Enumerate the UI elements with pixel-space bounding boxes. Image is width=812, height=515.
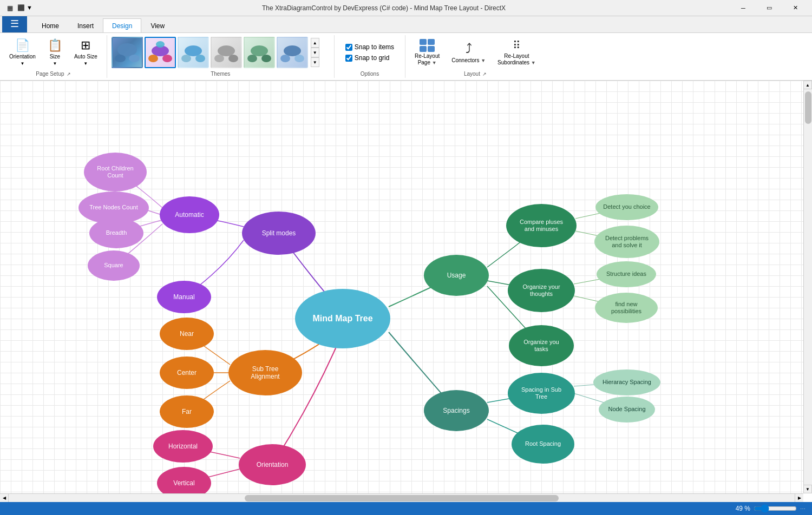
themes-label: Themes	[112, 71, 330, 78]
snap-to-grid-label[interactable]: Snap to grid	[345, 54, 394, 62]
node-detect-choice[interactable]: Detect you choice	[595, 194, 658, 220]
node-orientation[interactable]: Orientation	[239, 444, 306, 485]
theme-5-preview	[246, 39, 273, 66]
size-icon: 📋	[48, 38, 62, 52]
node-split-modes[interactable]: Split modes	[242, 212, 316, 255]
theme-2-button[interactable]	[145, 37, 176, 68]
node-spacing-in-sub-tree[interactable]: Spacing in SubTree	[508, 373, 575, 414]
re-layout-page-button[interactable]: Re-LayoutPage ▼	[410, 36, 444, 69]
theme-3-preview	[180, 39, 207, 66]
node-root[interactable]: Mind Map Tree	[295, 289, 390, 348]
options-label: Options	[339, 71, 401, 78]
scroll-down-button[interactable]: ▼	[803, 485, 812, 493]
node-spacings[interactable]: Spacings	[424, 390, 489, 431]
scroll-left-button[interactable]: ◀	[0, 494, 9, 503]
node-breadth[interactable]: Breadth	[89, 218, 143, 248]
zoom-slider[interactable]	[754, 506, 797, 511]
theme-1-preview	[114, 39, 141, 66]
tab-home[interactable]: Home	[32, 18, 68, 32]
themes-scroll: ▲ ▼ ▼	[310, 38, 320, 67]
snap-to-items-label[interactable]: Snap to items	[345, 43, 394, 51]
theme-1-button[interactable]	[112, 37, 143, 68]
node-horizontal[interactable]: Horizontal	[153, 430, 213, 463]
tab-insert[interactable]: Insert	[68, 18, 103, 32]
scroll-right-button[interactable]: ▶	[795, 494, 803, 503]
node-center[interactable]: Center	[160, 356, 214, 389]
size-button[interactable]: 📋 Size▼	[43, 36, 67, 69]
statusbar: 49 % ⋯	[0, 502, 812, 515]
node-usage[interactable]: Usage	[424, 255, 489, 296]
node-sub-tree-alignment[interactable]: Sub TreeAlignment	[228, 350, 302, 395]
canvas-area[interactable]: Mind Map Tree Usage Spacings Split modes…	[0, 81, 812, 502]
file-button[interactable]: ☰	[2, 16, 27, 32]
svg-point-14	[247, 55, 257, 62]
connectors-button[interactable]: ⤴ Connectors ▼	[447, 36, 490, 69]
svg-point-7	[185, 45, 202, 56]
page-setup-items: 📄 Orientation▼ 📋 Size▼ ⊞ Auto Size▼	[4, 35, 102, 70]
node-manual[interactable]: Manual	[157, 281, 211, 313]
theme-6-preview	[279, 39, 306, 66]
node-hieraracy-spacing[interactable]: Hieraracy Spacing	[593, 369, 660, 395]
themes-scroll-up[interactable]: ▲	[311, 38, 319, 48]
vertical-scrollbar[interactable]: ▲ ▼	[803, 81, 812, 493]
node-node-spacing[interactable]: Node Spacing	[599, 397, 655, 422]
h-scroll-track	[9, 494, 795, 502]
quick-access: ⬛ ▼	[17, 4, 32, 11]
orientation-icon: 📄	[15, 38, 30, 52]
node-compare-pluses[interactable]: Compare plusesand minuses	[506, 204, 577, 247]
tab-view[interactable]: View	[141, 18, 174, 32]
node-organize-thoughts[interactable]: Organize yourthoughts	[508, 269, 575, 312]
group-layout: Re-LayoutPage ▼ ⤴ Connectors ▼ ⠿ Re-Layo…	[405, 35, 545, 78]
node-near[interactable]: Near	[160, 318, 214, 350]
horizontal-scrollbar[interactable]: ◀ ▶	[0, 493, 803, 502]
node-root-spacing[interactable]: Root Spacing	[512, 425, 574, 464]
svg-point-16	[284, 45, 301, 56]
themes-scroll-down[interactable]: ▼	[311, 57, 319, 67]
close-button[interactable]: ✕	[783, 0, 808, 16]
minimize-button[interactable]: ─	[731, 0, 756, 16]
theme-5-button[interactable]	[244, 37, 275, 68]
canvas-wrapper: Mind Map Tree Usage Spacings Split modes…	[0, 81, 812, 502]
theme-2-preview	[147, 39, 174, 66]
theme-4-button[interactable]	[211, 37, 242, 68]
re-layout-subordinates-button[interactable]: ⠿ Re-LayoutSubordinates ▼	[493, 36, 541, 69]
node-detect-problems[interactable]: Detect problemsand solve it	[594, 226, 659, 258]
snap-to-grid-checkbox[interactable]	[345, 55, 352, 62]
svg-point-4	[148, 55, 158, 62]
tab-design[interactable]: Design	[103, 18, 141, 32]
themes-scroll-mid[interactable]: ▼	[311, 48, 319, 57]
zoom-icons: ⋯	[800, 506, 806, 512]
layout-items: Re-LayoutPage ▼ ⤴ Connectors ▼ ⠿ Re-Layo…	[410, 35, 541, 70]
orientation-button[interactable]: 📄 Orientation▼	[4, 36, 41, 69]
themes-items: ▲ ▼ ▼	[112, 35, 330, 70]
svg-point-2	[129, 55, 140, 62]
page-setup-label: Page Setup ↗	[4, 71, 102, 78]
theme-6-button[interactable]	[277, 37, 308, 68]
node-structure-ideas[interactable]: Structure ideas	[597, 261, 656, 287]
node-find-new[interactable]: find newpossibilities	[595, 293, 658, 323]
theme-3-button[interactable]	[178, 37, 209, 68]
snap-to-items-checkbox[interactable]	[345, 44, 352, 51]
node-automatic[interactable]: Automatic	[160, 196, 219, 233]
svg-point-12	[228, 55, 238, 62]
svg-point-15	[261, 55, 271, 62]
vertical-scroll-thumb[interactable]	[805, 91, 811, 124]
group-themes: ▲ ▼ ▼ Themes	[107, 35, 335, 78]
node-organize-tasks[interactable]: Organize youtasks	[509, 325, 574, 366]
snap-options: Snap to items Snap to grid	[339, 39, 401, 66]
node-far[interactable]: Far	[160, 395, 214, 428]
scroll-up-button[interactable]: ▲	[803, 81, 812, 89]
theme-4-preview	[213, 39, 240, 66]
connections-layer	[0, 81, 812, 502]
svg-point-8	[181, 55, 191, 62]
zoom-level: 49 %	[736, 505, 750, 512]
maximize-button[interactable]: ▭	[757, 0, 782, 16]
horizontal-scroll-thumb[interactable]	[245, 495, 559, 501]
ribbon-tabs: ☰ Home Insert Design View	[0, 16, 812, 32]
main-area: Mind Map Tree Usage Spacings Split modes…	[0, 81, 812, 502]
node-root-children-count[interactable]: Root ChildrenCount	[84, 153, 147, 192]
node-square[interactable]: Square	[88, 250, 140, 281]
connectors-icon: ⤴	[466, 41, 472, 56]
auto-size-button[interactable]: ⊞ Auto Size▼	[69, 36, 102, 69]
svg-point-10	[218, 45, 235, 56]
